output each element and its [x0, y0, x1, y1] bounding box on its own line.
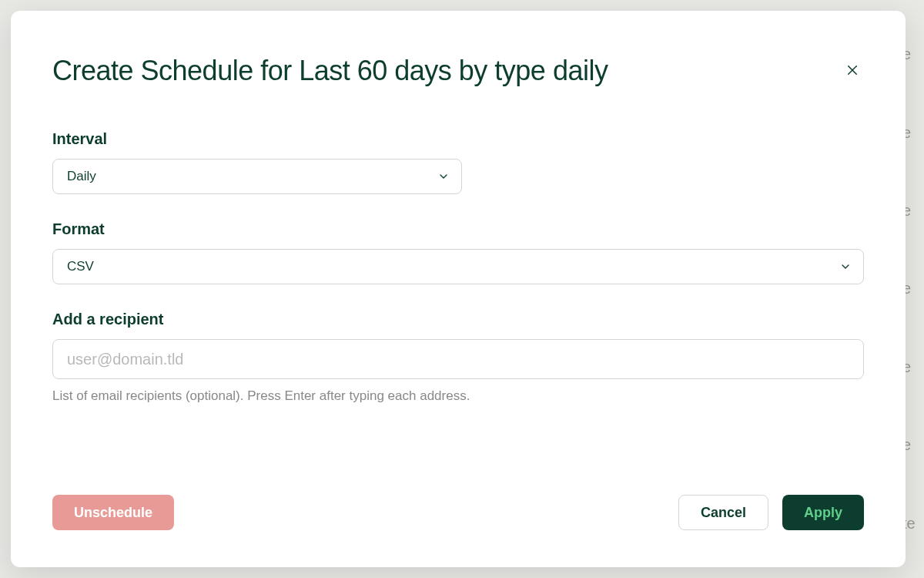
modal-title: Create Schedule for Last 60 days by type… [52, 54, 608, 87]
interval-select[interactable]: Daily [52, 159, 462, 194]
cancel-button[interactable]: Cancel [678, 495, 768, 530]
recipient-label: Add a recipient [52, 311, 864, 328]
apply-button[interactable]: Apply [782, 495, 864, 530]
format-group: Format CSV [52, 220, 864, 284]
schedule-modal: Create Schedule for Last 60 days by type… [11, 11, 906, 567]
recipient-help-text: List of email recipients (optional). Pre… [52, 388, 864, 404]
modal-footer: Unschedule Cancel Apply [52, 464, 864, 530]
close-button[interactable] [841, 59, 864, 84]
format-label: Format [52, 220, 864, 238]
recipient-group: Add a recipient List of email recipients… [52, 311, 864, 404]
interval-label: Interval [52, 130, 864, 148]
interval-group: Interval Daily [52, 130, 864, 194]
unschedule-button[interactable]: Unschedule [52, 495, 174, 530]
recipient-input[interactable] [52, 339, 864, 379]
format-value: CSV [52, 249, 864, 284]
interval-value: Daily [52, 159, 462, 194]
format-select[interactable]: CSV [52, 249, 864, 284]
close-icon [845, 63, 859, 79]
modal-header: Create Schedule for Last 60 days by type… [52, 54, 864, 87]
footer-right-actions: Cancel Apply [678, 495, 864, 530]
